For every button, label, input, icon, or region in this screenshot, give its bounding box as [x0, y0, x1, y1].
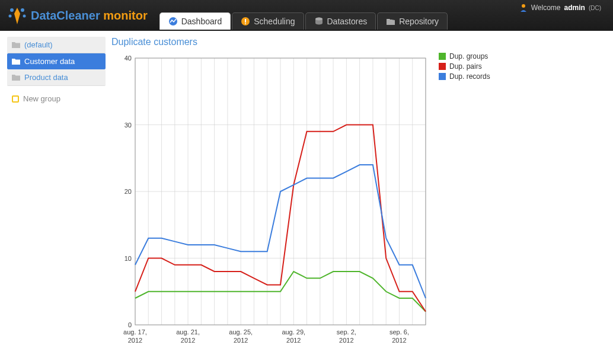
legend-swatch [439, 63, 446, 70]
svg-point-9 [315, 17, 323, 20]
svg-text:aug. 17,: aug. 17, [123, 328, 147, 336]
nav-tab-datastores[interactable]: Datastores [305, 12, 376, 30]
new-icon [12, 95, 19, 103]
sidebar-new-group[interactable]: New group [7, 91, 106, 107]
svg-text:sep. 2,: sep. 2, [337, 328, 356, 336]
nav-tab-label: Repository [399, 17, 439, 26]
sidebar-item-label: Product data [24, 73, 68, 82]
nav-tab-label: Datastores [327, 17, 368, 26]
sidebar-item-label: Customer data [24, 57, 75, 66]
sidebar-new-label: New group [23, 94, 60, 103]
svg-text:sep. 6,: sep. 6, [389, 328, 409, 336]
sidebar-item[interactable]: Product data [7, 69, 106, 86]
logo: DataCleaner monitor [7, 5, 148, 25]
svg-point-0 [10, 8, 14, 12]
sidebar-item-label: (default) [24, 40, 53, 49]
svg-text:2012: 2012 [286, 337, 301, 344]
nav-tab-scheduling[interactable]: Scheduling [232, 12, 304, 30]
welcome-org: (DC) [589, 5, 601, 11]
svg-point-1 [21, 8, 24, 12]
main-panel: Duplicate customers 010203040aug. 17,201… [111, 37, 606, 355]
legend-label: Dup. pairs [449, 62, 482, 71]
sidebar-item[interactable]: (default) [7, 37, 106, 53]
welcome-prefix: Welcome [531, 4, 561, 12]
brand-secondary: monitor [103, 9, 147, 22]
user-icon [519, 4, 528, 12]
scheduling-icon [241, 17, 250, 26]
legend-swatch [439, 73, 446, 80]
svg-text:2012: 2012 [234, 337, 248, 344]
folder-icon [12, 58, 20, 65]
legend-swatch [439, 53, 446, 60]
dashboard-icon [168, 17, 178, 26]
svg-text:40: 40 [124, 55, 132, 62]
logo-icon [7, 5, 27, 25]
sidebar: (default)Customer dataProduct data New g… [7, 37, 106, 355]
svg-point-3 [23, 15, 26, 18]
nav-tab-label: Dashboard [181, 17, 222, 26]
svg-point-7 [245, 23, 246, 24]
svg-text:0: 0 [128, 321, 132, 328]
legend-item: Dup. records [439, 72, 490, 81]
folder-icon [12, 41, 20, 48]
repository-icon [386, 17, 395, 26]
main-nav: DashboardSchedulingDatastoresRepository [159, 12, 448, 30]
legend-item: Dup. pairs [439, 62, 490, 71]
svg-text:2012: 2012 [339, 337, 353, 344]
welcome-user: admin [564, 4, 585, 12]
brand-primary: DataCleaner [31, 9, 100, 22]
chart-title: Duplicate customers [111, 37, 606, 47]
topbar: DataCleaner monitor DashboardSchedulingD… [0, 0, 613, 31]
svg-text:2012: 2012 [392, 337, 406, 344]
svg-point-10 [522, 4, 525, 8]
svg-point-2 [9, 15, 12, 18]
datastores-icon [314, 17, 324, 26]
legend-label: Dup. records [449, 72, 490, 81]
nav-tab-label: Scheduling [254, 17, 295, 26]
svg-text:2012: 2012 [128, 337, 142, 344]
welcome-bar[interactable]: Welcome admin (DC) [519, 4, 601, 12]
svg-rect-6 [245, 19, 246, 23]
svg-text:30: 30 [124, 122, 132, 129]
chart-legend: Dup. groupsDup. pairsDup. records [439, 52, 490, 355]
svg-text:aug. 25,: aug. 25, [229, 328, 253, 336]
nav-tab-repository[interactable]: Repository [377, 12, 448, 30]
svg-text:aug. 21,: aug. 21, [176, 328, 200, 336]
svg-text:2012: 2012 [181, 337, 195, 344]
legend-item: Dup. groups [439, 52, 490, 60]
folder-icon [12, 74, 20, 81]
svg-text:aug. 29,: aug. 29, [282, 328, 305, 336]
svg-text:20: 20 [124, 188, 132, 195]
legend-label: Dup. groups [449, 52, 488, 60]
sidebar-item[interactable]: Customer data [7, 53, 106, 69]
svg-text:10: 10 [124, 255, 132, 262]
nav-tab-dashboard[interactable]: Dashboard [159, 12, 231, 30]
line-chart: 010203040aug. 17,2012aug. 21,2012aug. 25… [111, 52, 432, 355]
